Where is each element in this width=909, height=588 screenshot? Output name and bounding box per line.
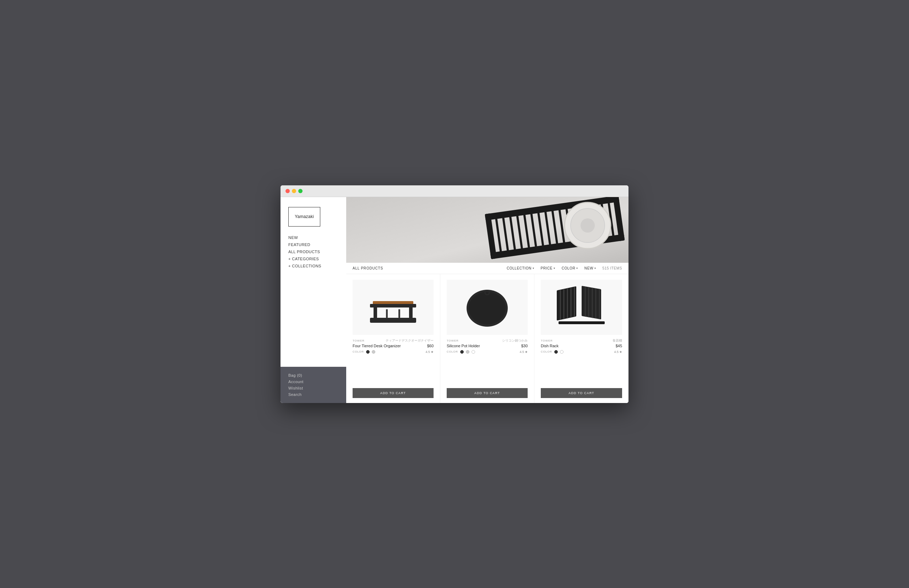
price-filter-button[interactable]: PRICE ▾	[541, 266, 555, 270]
color-swatch-black-3[interactable]	[554, 350, 558, 354]
price-filter-label: PRICE	[541, 266, 552, 270]
color-swatch-gray-1[interactable]	[372, 350, 375, 354]
product-name-3: Dish Rack	[541, 344, 559, 348]
items-count: 515 ITEMS	[602, 266, 622, 270]
svg-rect-28	[370, 304, 416, 307]
sidebar-bag-link[interactable]: Bag (0)	[288, 373, 338, 378]
product-price-3: $45	[616, 344, 622, 348]
product-name-row-3: Dish Rack $45	[541, 344, 622, 348]
product-name-2: Silicone Pot Holder	[447, 344, 480, 348]
rating-value-1: 4.5	[425, 350, 430, 354]
new-filter-label: NEW	[584, 266, 593, 270]
svg-rect-29	[386, 309, 388, 318]
color-label-1: COLOR	[353, 350, 364, 353]
filters-bar: ALL PRODUCTS COLLECTION ▾ PRICE ▾ COLOR …	[346, 263, 628, 274]
sidebar-account-link[interactable]: Account	[288, 380, 338, 384]
rating-1: 4.5 ★	[425, 350, 434, 354]
color-label-2: COLOR	[447, 350, 458, 353]
browser-chrome	[281, 185, 628, 197]
color-filter-button[interactable]: COLOR ▾	[562, 266, 578, 270]
hero-svg	[346, 197, 628, 263]
price-chevron-icon: ▾	[554, 267, 555, 270]
svg-rect-24	[370, 318, 416, 323]
collection-filter-label: COLLECTION	[507, 266, 531, 270]
browser-window: Yamazaki NEW FEATURED ALL PRODUCTS + CAT…	[281, 185, 628, 403]
sidebar-wishlist-link[interactable]: Wishlist	[288, 386, 338, 390]
dish-rack-svg	[553, 284, 610, 330]
color-swatch-black-2[interactable]	[460, 350, 464, 354]
product-card-1: TOWER ティアードデスクオーガナイザー Four Tiered Desk O…	[346, 274, 440, 403]
rating-2: 4.5 ★	[520, 350, 528, 354]
rating-value-3: 4.5	[614, 350, 618, 354]
desk-organizer-svg	[363, 284, 423, 330]
sidebar-item-new[interactable]: NEW	[288, 234, 338, 241]
color-swatch-white-3[interactable]	[560, 350, 563, 354]
product-meta-2: TOWER シリコン鍋つかみ	[447, 338, 528, 343]
svg-point-32	[469, 292, 505, 325]
svg-rect-30	[399, 309, 400, 318]
add-to-cart-button-2[interactable]: ADD TO CART	[447, 388, 528, 398]
add-to-cart-button-1[interactable]: ADD TO CART	[353, 388, 434, 398]
color-swatch-gray-2[interactable]	[466, 350, 470, 354]
product-brand-1: TOWER	[353, 339, 365, 342]
pot-holder-svg	[460, 284, 514, 330]
sidebar-top: Yamazaki NEW FEATURED ALL PRODUCTS + CAT…	[281, 197, 346, 278]
product-color-row-2: COLOR 4.5 ★	[447, 350, 528, 354]
main-content: ALL PRODUCTS COLLECTION ▾ PRICE ▾ COLOR …	[346, 197, 628, 403]
sidebar-item-categories[interactable]: + CATEGORIES	[288, 256, 338, 262]
rating-3: 4.5 ★	[614, 350, 622, 354]
logo[interactable]: Yamazaki	[288, 207, 320, 226]
star-icon-2: ★	[525, 350, 528, 354]
collection-filter-button[interactable]: COLLECTION ▾	[507, 266, 534, 270]
color-swatch-black-1[interactable]	[366, 350, 370, 354]
new-chevron-icon: ▾	[594, 267, 596, 270]
product-name-jp-2: シリコン鍋つかみ	[502, 338, 528, 343]
product-image-3	[541, 280, 622, 335]
sidebar-item-all-products[interactable]: ALL PRODUCTS	[288, 249, 338, 255]
all-products-label: ALL PRODUCTS	[353, 266, 383, 270]
color-chevron-icon: ▾	[576, 267, 578, 270]
product-name-1: Four Tiered Desk Organizer	[353, 344, 401, 348]
main-nav: NEW FEATURED ALL PRODUCTS + CATEGORIES +…	[288, 234, 338, 269]
product-brand-2: TOWER	[447, 339, 459, 342]
star-icon-1: ★	[431, 350, 434, 354]
svg-rect-40	[581, 286, 601, 320]
app-layout: Yamazaki NEW FEATURED ALL PRODUCTS + CAT…	[281, 197, 628, 403]
sidebar-bottom: Bag (0) Account Wishlist Search	[281, 367, 346, 403]
product-meta-1: TOWER ティアードデスクオーガナイザー	[353, 338, 434, 343]
sidebar: Yamazaki NEW FEATURED ALL PRODUCTS + CAT…	[281, 197, 346, 403]
svg-rect-34	[557, 286, 576, 321]
color-filter-label: COLOR	[562, 266, 576, 270]
product-name-jp-3: 食器棚	[612, 338, 622, 343]
color-label-3: COLOR	[541, 350, 552, 353]
product-card-2: TOWER シリコン鍋つかみ Silicone Pot Holder $30 C…	[440, 274, 534, 403]
product-brand-3: TOWER	[541, 339, 553, 342]
products-grid: TOWER ティアードデスクオーガナイザー Four Tiered Desk O…	[346, 274, 628, 403]
maximize-dot[interactable]	[298, 189, 302, 193]
star-icon-3: ★	[619, 350, 622, 354]
svg-rect-46	[559, 321, 605, 324]
product-image-2	[447, 280, 528, 335]
product-image-1	[353, 280, 434, 335]
product-name-jp-1: ティアードデスクオーガナイザー	[386, 338, 434, 343]
sidebar-item-featured[interactable]: FEATURED	[288, 241, 338, 248]
product-card-3: TOWER 食器棚 Dish Rack $45 COLOR 4.5 ★	[534, 274, 628, 403]
hero-banner	[346, 197, 628, 263]
close-dot[interactable]	[286, 189, 290, 193]
product-name-row-1: Four Tiered Desk Organizer $60	[353, 344, 434, 348]
add-to-cart-button-3[interactable]: ADD TO CART	[541, 388, 622, 398]
account-nav: Bag (0) Account Wishlist Search	[288, 373, 338, 397]
color-swatch-white-2[interactable]	[471, 350, 475, 354]
product-color-row-3: COLOR 4.5 ★	[541, 350, 622, 354]
product-meta-3: TOWER 食器棚	[541, 338, 622, 343]
sidebar-item-collections[interactable]: + COLLECTIONS	[288, 263, 338, 269]
collection-chevron-icon: ▾	[533, 267, 534, 270]
product-price-1: $60	[427, 344, 434, 348]
product-color-row-1: COLOR 4.5 ★	[353, 350, 434, 354]
svg-point-23	[581, 218, 595, 233]
sidebar-search-link[interactable]: Search	[288, 393, 338, 397]
new-filter-button[interactable]: NEW ▾	[584, 266, 596, 270]
minimize-dot[interactable]	[292, 189, 296, 193]
product-name-row-2: Silicone Pot Holder $30	[447, 344, 528, 348]
logo-text: Yamazaki	[295, 214, 314, 219]
